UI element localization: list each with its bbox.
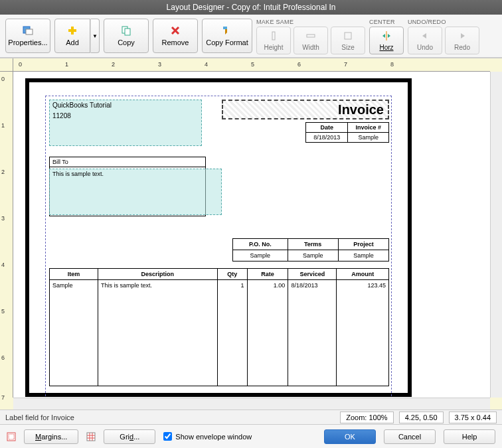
cell-qty: 1 xyxy=(217,280,247,386)
bill-to-header: Bill To xyxy=(50,157,205,167)
add-button[interactable]: Add xyxy=(54,19,90,53)
svg-rect-8 xyxy=(223,27,227,29)
width-icon xyxy=(305,31,316,41)
ruler-h-tick: 2 xyxy=(112,61,115,68)
svg-rect-1 xyxy=(26,29,33,35)
invoice-label-text: Invoice xyxy=(338,102,384,117)
page-layout[interactable]: QuickBooks Tutorial 11208 Invoice DateIn… xyxy=(25,78,412,397)
undo-label: Undo xyxy=(417,44,433,51)
help-button[interactable]: Help xyxy=(444,429,495,444)
invnum-value: Sample xyxy=(348,133,389,143)
date-header: Date xyxy=(306,123,348,133)
ruler-v-tick: 4 xyxy=(1,261,5,268)
ruler-h-tick: 1 xyxy=(65,61,68,68)
cell-item: Sample xyxy=(50,280,98,386)
ruler-v-tick: 2 xyxy=(1,169,5,175)
add-label: Add xyxy=(66,38,79,46)
ruler-v-tick: 5 xyxy=(1,308,5,315)
col-rate: Rate xyxy=(247,269,288,280)
scrollbar-vertical[interactable] xyxy=(490,72,502,398)
svg-rect-9 xyxy=(272,32,275,40)
center-horz-icon xyxy=(381,31,392,41)
ruler-v-tick: 0 xyxy=(1,76,5,82)
grid-icon xyxy=(86,432,96,441)
undo-icon xyxy=(420,31,430,41)
bill-to-body-field[interactable]: This is sample text. xyxy=(49,169,222,215)
po-value: Sample xyxy=(233,250,288,261)
cell-desc: This is sample text. xyxy=(98,280,218,386)
ruler-h-tick: 4 xyxy=(205,61,208,68)
ruler-h-tick: 5 xyxy=(251,61,254,68)
svg-rect-3 xyxy=(68,29,76,32)
col-serviced: Serviced xyxy=(288,269,337,280)
window-titlebar: Layout Designer - Copy of: Intuit Profes… xyxy=(0,0,502,15)
redo-label: Redo xyxy=(454,44,470,51)
design-canvas[interactable]: QuickBooks Tutorial 11208 Invoice DateIn… xyxy=(13,72,490,398)
remove-label: Remove xyxy=(162,38,189,46)
horz-button[interactable]: Horz xyxy=(369,27,404,54)
date-invoice-table[interactable]: DateInvoice # 8/18/2013Sample xyxy=(305,122,389,143)
width-button[interactable]: Width xyxy=(293,27,328,54)
ruler-v-tick: 1 xyxy=(1,122,5,129)
undoredo-label: UNDO/REDO xyxy=(408,19,479,25)
company-id-text: 11208 xyxy=(50,111,74,121)
cancel-button[interactable]: Cancel xyxy=(384,429,436,444)
ruler-v-tick: 7 xyxy=(1,394,5,401)
plus-icon xyxy=(67,25,78,36)
add-dropdown[interactable]: ▼ xyxy=(90,19,100,53)
cell-serviced: 8/18/2013 xyxy=(288,280,337,386)
properties-label: Properties... xyxy=(8,38,47,46)
po-terms-project-table[interactable]: P.O. No. Terms Project Sample Sample Sam… xyxy=(232,238,389,261)
svg-rect-15 xyxy=(87,433,95,441)
ruler-h-tick: 0 xyxy=(19,61,22,68)
project-header: Project xyxy=(338,239,388,250)
toolbar: Properties... Add ▼ Copy Remove Copy For… xyxy=(0,15,502,58)
company-field[interactable]: QuickBooks Tutorial 11208 xyxy=(49,100,202,146)
copy-icon xyxy=(121,25,131,36)
grid-button[interactable]: Grid... xyxy=(104,429,155,444)
cell-rate: 1.00 xyxy=(247,280,288,386)
project-value: Sample xyxy=(338,250,388,261)
position-display: 4.25, 0.50 xyxy=(399,411,444,423)
width-label: Width xyxy=(302,44,319,51)
margins-button[interactable]: MMargins...argins... xyxy=(24,429,78,444)
ok-button[interactable]: OK xyxy=(324,429,376,444)
remove-button[interactable]: Remove xyxy=(153,19,198,53)
height-button[interactable]: Height xyxy=(256,27,291,54)
chevron-down-icon: ▼ xyxy=(92,33,98,39)
copy-format-button[interactable]: Copy Format xyxy=(202,19,252,53)
size-button[interactable]: Size xyxy=(331,27,365,54)
cell-amount: 123.45 xyxy=(337,280,389,386)
size-label: Size xyxy=(341,44,354,51)
paintbrush-icon xyxy=(222,25,232,36)
line-items-table[interactable]: Item Description Qty Rate Serviced Amoun… xyxy=(49,268,389,386)
col-qty: Qty xyxy=(217,269,247,280)
ruler-vertical: 0 1 2 3 4 5 6 7 xyxy=(0,72,13,398)
size-icon xyxy=(343,31,353,41)
bottom-bar: MMargins...argins... Grid... Show envelo… xyxy=(0,424,502,448)
svg-rect-5 xyxy=(125,29,130,35)
ruler-corner xyxy=(0,58,13,72)
ruler-horizontal: 0 1 2 3 4 5 6 7 8 xyxy=(13,58,490,72)
height-label: Height xyxy=(264,44,284,51)
company-name-text: QuickBooks Tutorial xyxy=(50,100,114,110)
ruler-h-tick: 7 xyxy=(344,61,347,68)
zoom-display[interactable]: Zoom: 100% xyxy=(340,411,393,423)
envelope-checkbox-input[interactable] xyxy=(163,432,172,441)
workspace: 0 1 2 3 4 5 6 7 8 0 1 2 3 4 5 6 7 QuickB… xyxy=(0,58,502,410)
col-desc: Description xyxy=(98,269,218,280)
properties-icon xyxy=(23,25,33,36)
redo-button[interactable]: Redo xyxy=(445,27,479,54)
envelope-checkbox[interactable]: Show envelope window xyxy=(163,432,252,441)
size-display: 3.75 x 0.44 xyxy=(449,411,497,423)
bill-to-body-text: This is sample text. xyxy=(50,169,106,179)
col-item: Item xyxy=(50,269,98,280)
undo-button[interactable]: Undo xyxy=(408,27,442,54)
scrollbar-horizontal[interactable] xyxy=(13,398,490,410)
copy-button[interactable]: Copy xyxy=(104,19,149,53)
properties-button[interactable]: Properties... xyxy=(5,19,50,53)
invoice-label-field[interactable]: Invoice xyxy=(222,100,389,119)
remove-icon xyxy=(170,25,181,36)
statusbar: Label field for Invoice Zoom: 100% 4.25,… xyxy=(0,410,502,424)
copy-label: Copy xyxy=(118,38,135,46)
